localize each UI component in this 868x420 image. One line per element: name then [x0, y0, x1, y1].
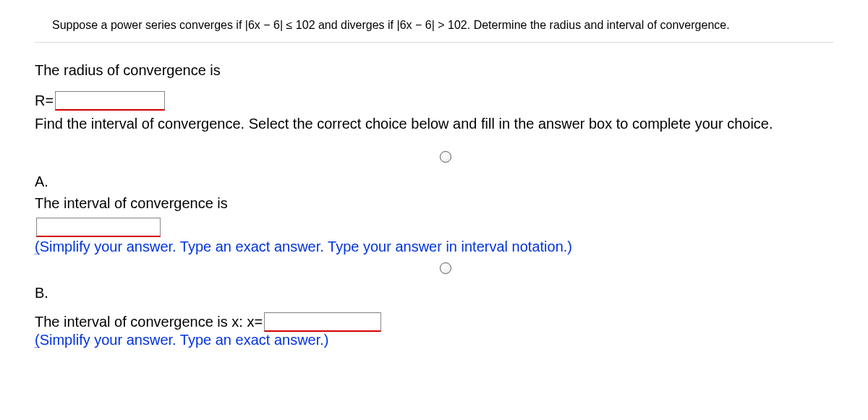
problem-statement: Suppose a power series converges if |6x …: [35, 14, 833, 43]
interval-instruction: Find the interval of convergence. Select…: [35, 113, 833, 134]
choice-a-text: The interval of convergence is: [35, 193, 833, 213]
choice-b-radio-row: [35, 262, 833, 277]
open-paren-b: (: [35, 333, 40, 348]
choice-a-radio-row: [35, 151, 833, 166]
r-equals-label: R=: [35, 90, 54, 111]
choice-a-input-row: [35, 218, 833, 237]
choice-b-label: B.: [35, 283, 833, 303]
choice-b-input-row: The interval of convergence is x: x=: [35, 312, 833, 332]
open-paren: (: [35, 239, 40, 254]
choice-a-input[interactable]: [36, 218, 161, 237]
choice-a-radio[interactable]: [440, 151, 451, 163]
choice-b-input[interactable]: [264, 312, 381, 332]
choice-b-radio[interactable]: [440, 262, 451, 274]
choice-b-block: B. The interval of convergence is x: x= …: [35, 283, 833, 348]
radius-input-row: R=: [35, 90, 833, 111]
choice-b-hint: (Simplify your answer. Type an exact ans…: [35, 332, 833, 348]
choice-b-hint-text: Simplify your answer. Type an exact answ…: [40, 332, 329, 348]
choice-b-text: The interval of convergence is x: x=: [35, 312, 263, 332]
choice-a-hint-text: Simplify your answer. Type an exact answ…: [40, 239, 572, 254]
choice-a-hint: (Simplify your answer. Type an exact ans…: [35, 239, 833, 255]
radius-input[interactable]: [55, 91, 165, 111]
choice-a-block: A. The interval of convergence is (Simpl…: [35, 171, 833, 255]
radius-label: The radius of convergence is: [35, 60, 833, 80]
question-container: Suppose a power series converges if |6x …: [0, 0, 868, 370]
choice-a-label: A.: [35, 171, 833, 192]
